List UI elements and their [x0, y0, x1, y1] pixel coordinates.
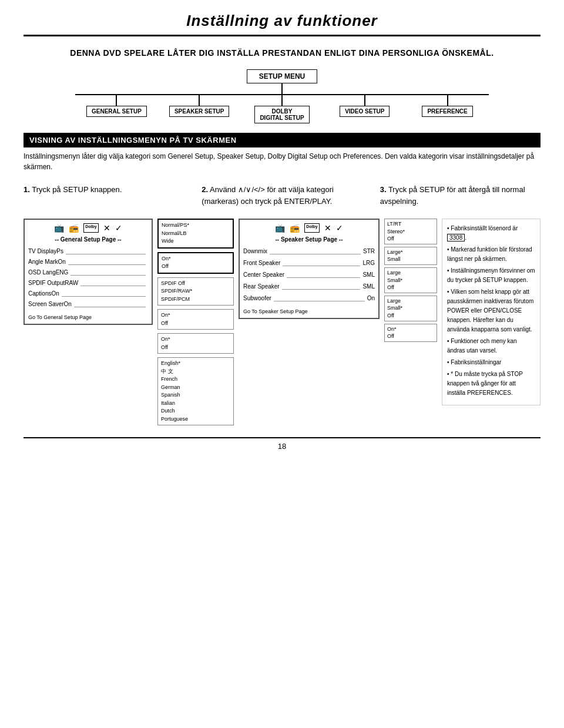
section-header-text: VISNING AV INSTÄLLNINGSMENYN PÅ TV SKÄRM…	[29, 136, 237, 145]
section-body: Inställningsmenyn låter dig välja katego…	[24, 151, 540, 172]
general-options-column: Normal/PS* Normal/LB Wide On* Off SPDIF …	[157, 219, 234, 425]
speaker-row-4-value: On	[367, 293, 375, 304]
speaker-sound-icon: 📻	[290, 223, 300, 233]
speaker-opt-1: Large* Small	[384, 247, 437, 265]
speaker-opt-2: Large Small* Off	[384, 267, 437, 293]
speaker-row-4: Subwoofer On	[243, 293, 375, 304]
password-highlight: 3308	[447, 234, 465, 241]
general-row-1: Angle Mark On	[28, 257, 148, 267]
general-row-1-value: On	[58, 257, 66, 267]
step-1-text: Tryck på SETUP knappen.	[32, 185, 122, 194]
general-row-3-label: SPDIF Output	[28, 278, 65, 288]
general-row-3-value: RAW	[65, 278, 78, 288]
speaker-row-1: Front Speaker LRG	[243, 258, 375, 269]
menu-item-speaker: SPEAKER SETUP	[158, 95, 241, 123]
speaker-setup-title: -- Speaker Setup Page --	[243, 236, 375, 243]
page-number-value: 18	[278, 442, 286, 451]
on-off-options-1: On* Off	[157, 252, 234, 274]
step-3-number: 3.	[380, 185, 387, 194]
general-row-1-label: Angle Mark	[28, 257, 58, 267]
step-3-text: Tryck på SETUP för att återgå till norma…	[380, 185, 525, 206]
speaker-opt-4: On* Off	[384, 324, 437, 342]
general-row-5-label: Screen Saver	[28, 299, 64, 310]
note-3: • Vilken som helst knapp gör att pausskä…	[447, 287, 535, 334]
speaker-tv-icon: 📺	[275, 223, 285, 233]
sound-icon: 📻	[69, 223, 79, 233]
general-row-0-value: Ps	[56, 246, 63, 257]
check-icon: ✓	[115, 223, 122, 233]
speaker-x-icon: ✕	[324, 223, 331, 233]
general-setup-panel: 📺 📻 Dolby ✕ ✓ -- General Setup Page -- T…	[24, 219, 153, 325]
general-row-2-value: ENG	[56, 267, 69, 278]
speaker-row-1-value: LRG	[362, 258, 375, 269]
speaker-row-0: Downmix STR	[243, 246, 375, 257]
menu-item-speaker-label: SPEAKER SETUP	[169, 106, 229, 117]
menu-item-general-label: GENERAL SETUP	[86, 106, 147, 117]
note-1: • Markerad funktion blir förstorad längs…	[447, 245, 535, 264]
setup-menu-diagram: SETUP MENU GENERAL SETUP SPEAKER SETUP D…	[24, 69, 540, 123]
page-number: 18	[24, 437, 540, 451]
speaker-opt-3: Large Small* Off	[384, 296, 437, 321]
speaker-row-4-label: Subwoofer	[243, 293, 271, 304]
speaker-setup-link: Go To Speaker Setup Page	[243, 308, 375, 314]
note-0: • Fabriksinställt lösenord är 3308.	[447, 224, 535, 243]
general-row-3: SPDIF Output RAW	[28, 278, 148, 288]
panels-area: 📺 📻 Dolby ✕ ✓ -- General Setup Page -- T…	[24, 219, 540, 425]
notes-section: • Fabriksinställt lösenord är 3308. • Ma…	[442, 219, 540, 405]
language-options-box: English* 中 文 French German Spanish Itali…	[157, 357, 234, 425]
general-setup-title: -- General Setup Page --	[28, 236, 148, 243]
speaker-row-2-label: Center Speaker	[243, 270, 284, 280]
general-setup-link: Go To General Setup Page	[28, 314, 148, 320]
step-1-number: 1.	[24, 185, 30, 194]
step-2: 2. Använd ∧/∨/</> för att välja kategori…	[202, 184, 362, 207]
menu-item-dolby-label: DOLBYDIGITAL SETUP	[254, 106, 309, 123]
tv-icon: 📺	[54, 223, 64, 233]
intro-text: DENNA DVD SPELARE LÅTER DIG INSTÄLLA PRE…	[24, 48, 540, 58]
general-setup-rows: TV Display Ps Angle Mark On OSD Lang ENG…	[28, 246, 148, 310]
speaker-options-column: LT/RT Stereo* Off Large* Small Large Sma…	[384, 219, 437, 342]
page-title: Inställning av funktioner	[24, 12, 540, 36]
speaker-row-3-label: Rear Speaker	[243, 281, 280, 292]
speaker-row-3-value: SML	[362, 281, 375, 292]
speaker-row-1-label: Front Speaker	[243, 258, 280, 269]
general-row-0: TV Display Ps	[28, 246, 148, 257]
general-row-5-value: On	[64, 299, 72, 310]
x-icon: ✕	[103, 223, 110, 233]
general-row-2-label: OSD Lang	[28, 267, 56, 278]
note-5: • Fabriksinställningar	[447, 358, 535, 367]
steps-container: 1. Tryck på SETUP knappen. 2. Använd ∧/∨…	[24, 184, 540, 207]
display-options-box: Normal/PS* Normal/LB Wide	[157, 219, 234, 249]
general-row-4-label: Captions	[28, 288, 51, 299]
general-row-5: Screen Saver On	[28, 299, 148, 310]
speaker-row-0-label: Downmix	[243, 246, 267, 257]
note-4: • Funktioner och meny kan ändras utan va…	[447, 337, 535, 355]
speaker-setup-rows: Downmix STR Front Speaker LRG Center Spe…	[243, 246, 375, 304]
speaker-dolby-icon: Dolby	[304, 223, 319, 233]
menu-item-video-label: VIDEO SETUP	[340, 106, 390, 117]
menu-item-preference: PREFERENCE	[406, 95, 489, 123]
speaker-panel-icons: 📺 📻 Dolby ✕ ✓	[243, 223, 375, 233]
note-2: • Inställningsmenyn försvinner om du try…	[447, 266, 535, 285]
step-2-number: 2.	[202, 185, 208, 194]
menu-item-general: GENERAL SETUP	[75, 95, 158, 123]
dolby-icon: Dolby	[83, 223, 98, 233]
speaker-row-2-value: SML	[362, 270, 375, 280]
step-2-text: Använd ∧/∨/</> för att välja kategori (m…	[202, 185, 334, 206]
step-1: 1. Tryck på SETUP knappen.	[24, 184, 184, 207]
spdif-options-box: SPDIF Off SPDIF/RAW* SPDIF/PCM	[157, 277, 234, 306]
speaker-setup-panel: 📺 📻 Dolby ✕ ✓ -- Speaker Setup Page -- D…	[239, 219, 380, 319]
setup-menu-title: SETUP MENU	[247, 69, 317, 83]
speaker-row-3: Rear Speaker SML	[243, 281, 375, 292]
general-row-4-value: On	[51, 288, 59, 299]
menu-item-dolby: DOLBYDIGITAL SETUP	[241, 95, 324, 123]
section-header: VISNING AV INSTÄLLNINGSMENYN PÅ TV SKÄRM…	[24, 133, 540, 147]
general-row-0-label: TV Display	[28, 246, 56, 257]
general-row-4: Captions On	[28, 288, 148, 299]
speaker-check-icon: ✓	[336, 223, 343, 233]
menu-item-video: VIDEO SETUP	[323, 95, 406, 123]
speaker-row-0-value: STR	[363, 246, 375, 257]
speaker-opt-0: LT/RT Stereo* Off	[384, 219, 437, 244]
on-off-options-3: On* Off	[157, 333, 234, 354]
menu-item-preference-label: PREFERENCE	[422, 106, 472, 117]
step-3: 3. Tryck på SETUP för att återgå till no…	[380, 184, 540, 207]
